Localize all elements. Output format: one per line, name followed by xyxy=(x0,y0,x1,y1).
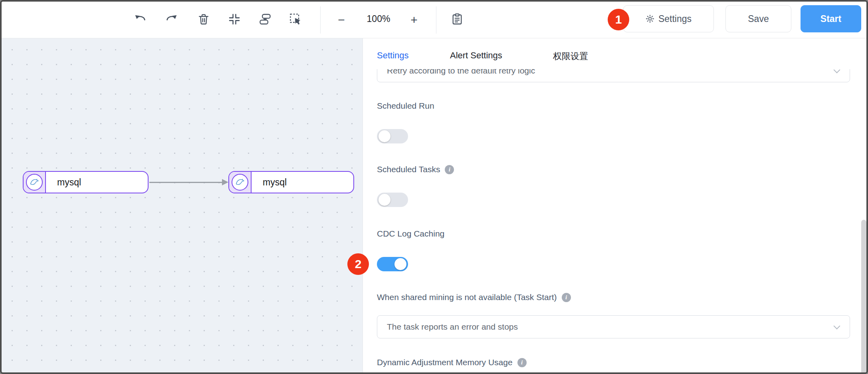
start-button-label: Start xyxy=(820,14,841,24)
pipeline-canvas[interactable]: mysql mysql xyxy=(2,38,363,372)
settings-button[interactable]: Settings xyxy=(623,5,714,32)
mysql-dolphin-icon xyxy=(29,176,40,189)
mysql-logo-circle xyxy=(232,174,248,191)
node-icon-section xyxy=(229,172,252,193)
dynamic-memory-label: Dynamic Adjustment Memory Usage i xyxy=(377,358,527,367)
scheduled-tasks-label: Scheduled Tasks i xyxy=(377,165,454,174)
scheduled-run-label: Scheduled Run xyxy=(377,101,434,111)
info-icon[interactable]: i xyxy=(445,165,454,174)
edge-connector[interactable] xyxy=(149,182,223,183)
cdc-log-caching-toggle[interactable] xyxy=(377,257,408,271)
start-button[interactable]: Start xyxy=(801,5,861,32)
app-window: − 100% + Settings Save Start 1 xyxy=(0,0,868,374)
mysql-logo-circle xyxy=(26,174,43,191)
gear-icon xyxy=(646,14,654,23)
zoom-level: 100% xyxy=(357,14,400,24)
undo-button[interactable] xyxy=(133,13,147,27)
auto-layout-icon xyxy=(259,13,271,27)
toolbar-divider xyxy=(320,6,321,34)
marquee-select-button[interactable] xyxy=(288,13,303,27)
toolbar: − 100% + Settings Save Start 1 xyxy=(2,2,866,38)
clipboard-button[interactable] xyxy=(450,13,464,27)
delete-icon xyxy=(197,13,210,27)
redo-icon xyxy=(165,13,178,27)
zoom-in-button[interactable]: + xyxy=(405,10,423,30)
save-button-label: Save xyxy=(748,14,769,24)
settings-panel: Retry according to the default retry log… xyxy=(363,38,866,372)
toggle-knob xyxy=(379,194,390,206)
node-icon-section xyxy=(24,172,46,193)
node-label: mysql xyxy=(252,172,353,193)
chevron-down-icon xyxy=(834,323,840,330)
edge-arrowhead-icon xyxy=(222,179,228,185)
info-icon[interactable]: i xyxy=(562,293,571,302)
scheduled-tasks-toggle[interactable] xyxy=(377,193,408,207)
tab-alert-settings[interactable]: Alert Settings xyxy=(450,50,502,61)
settings-button-label: Settings xyxy=(658,14,692,24)
shared-mining-label: When shared mining is not available (Tas… xyxy=(377,292,571,302)
shared-mining-select[interactable]: The task reports an error and stops xyxy=(377,315,850,338)
redo-button[interactable] xyxy=(164,13,179,27)
node-label: mysql xyxy=(46,172,148,193)
panel-tabbar: Settings Alert Settings 权限设置 xyxy=(363,38,866,69)
cdc-log-caching-label: CDC Log Caching xyxy=(377,229,444,239)
clipboard-icon xyxy=(451,13,464,27)
save-button[interactable]: Save xyxy=(725,5,791,32)
auto-layout-button[interactable] xyxy=(258,13,272,27)
marquee-select-icon xyxy=(289,13,302,27)
mysql-dolphin-icon xyxy=(234,176,246,189)
fit-view-icon xyxy=(228,13,241,27)
fit-view-button[interactable] xyxy=(227,13,242,27)
scheduled-run-toggle[interactable] xyxy=(377,129,408,143)
shared-mining-value: The task reports an error and stops xyxy=(387,322,518,332)
zoom-out-button[interactable]: − xyxy=(333,10,350,30)
toggle-knob xyxy=(379,130,390,142)
source-node-mysql[interactable]: mysql xyxy=(23,171,149,193)
scrollbar-thumb[interactable] xyxy=(861,220,866,372)
tab-settings[interactable]: Settings xyxy=(377,50,409,61)
delete-button[interactable] xyxy=(196,13,211,27)
undo-icon xyxy=(134,13,147,27)
toolbar-divider xyxy=(436,6,436,34)
annotation-badge-1: 1 xyxy=(608,9,629,30)
tab-permission-settings[interactable]: 权限设置 xyxy=(553,50,588,62)
annotation-badge-2: 2 xyxy=(347,253,369,275)
info-icon[interactable]: i xyxy=(517,358,527,367)
target-node-mysql[interactable]: mysql xyxy=(228,171,354,193)
toggle-knob xyxy=(394,258,406,270)
